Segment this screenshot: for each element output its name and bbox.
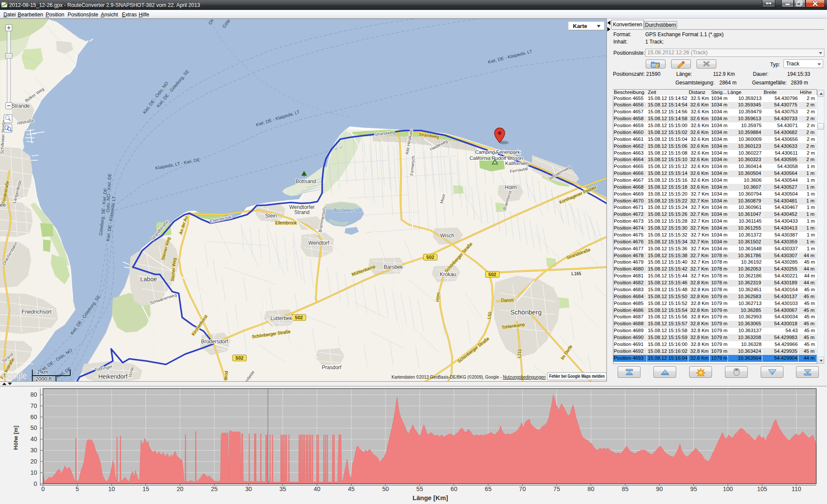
svg-text:85: 85 (622, 485, 629, 492)
svg-text:Camping Ferienpark: Camping Ferienpark (475, 149, 520, 155)
svg-text:65: 65 (485, 485, 492, 492)
svg-text:Wendtorf: Wendtorf (308, 240, 330, 246)
svg-text:Karte: Karte (573, 23, 587, 29)
svg-text:Kartendaten ©2013 GeoBasis-DE/: Kartendaten ©2013 GeoBasis-DE/BKG (©2009… (392, 374, 546, 380)
svg-text:35: 35 (280, 485, 286, 492)
svg-text:10: 10 (108, 485, 115, 492)
svg-text:70: 70 (30, 402, 37, 409)
svg-text:15: 15 (143, 485, 149, 492)
svg-text:30: 30 (30, 447, 37, 454)
svg-text:40: 40 (30, 436, 37, 442)
svg-text:1 km: 1 km (37, 369, 48, 375)
svg-text:Friedrichsort: Friedrichsort (22, 309, 52, 315)
svg-text:Ellembrook: Ellembrook (275, 221, 297, 225)
svg-text:Stein: Stein (265, 213, 277, 219)
svg-text:Brodersdorf: Brodersdorf (201, 339, 228, 345)
svg-text:20: 20 (177, 485, 183, 492)
svg-text:10: 10 (30, 469, 37, 476)
svg-text:California Rudolf Olsson: California Rudolf Olsson (469, 156, 523, 161)
svg-text:50: 50 (382, 485, 389, 492)
svg-text:Höhe [m]: Höhe [m] (12, 426, 19, 450)
svg-text:95: 95 (690, 485, 697, 492)
svg-text:30: 30 (245, 485, 252, 492)
svg-text:502: 502 (295, 315, 303, 320)
svg-text:Damm: Damm (501, 298, 513, 303)
svg-text:5: 5 (76, 485, 79, 492)
svg-text:105: 105 (757, 485, 768, 492)
svg-text:Heikendorf: Heikendorf (98, 373, 127, 380)
svg-text:Barsbek: Barsbek (384, 264, 403, 270)
svg-text:L165: L165 (572, 271, 581, 276)
svg-text:ee: ee (0, 202, 6, 208)
svg-text:Krokau: Krokau (440, 271, 456, 277)
svg-text:60: 60 (451, 485, 457, 492)
svg-text:80: 80 (30, 391, 37, 398)
svg-text:Lutterbek: Lutterbek (270, 315, 292, 321)
svg-text:Prasdorf: Prasdorf (322, 364, 342, 370)
svg-text:0: 0 (41, 485, 45, 492)
svg-text:70: 70 (519, 485, 526, 492)
svg-text:90: 90 (656, 485, 663, 492)
svg-text:45: 45 (348, 485, 355, 492)
svg-text:Holm: Holm (505, 184, 517, 190)
svg-text:Länge [Km]: Länge [Km] (413, 494, 448, 501)
svg-text:502: 502 (488, 272, 496, 277)
svg-text:Wisch: Wisch (440, 233, 454, 239)
svg-text:Hörn: Hörn (435, 292, 441, 302)
svg-text:2000 ft: 2000 ft (35, 376, 52, 382)
svg-text:Strand: Strand (294, 209, 309, 215)
svg-text:75: 75 (553, 485, 560, 492)
svg-text:60: 60 (30, 414, 37, 420)
svg-text:Schönberg: Schönberg (510, 308, 542, 316)
svg-text:55: 55 (417, 485, 423, 492)
svg-text:40: 40 (314, 485, 320, 492)
svg-text:502: 502 (426, 255, 434, 260)
svg-text:Google: Google (2, 370, 27, 381)
svg-text:20: 20 (30, 458, 37, 465)
svg-text:L211: L211 (516, 348, 522, 358)
svg-text:Barsbeker See: Barsbeker See (333, 208, 362, 213)
svg-text:50: 50 (30, 424, 37, 431)
svg-text:Fehler bei Google Maps melden: Fehler bei Google Maps melden (549, 373, 605, 379)
svg-text:25: 25 (211, 485, 218, 492)
svg-text:502: 502 (236, 355, 243, 361)
svg-text:100: 100 (723, 485, 733, 492)
svg-text:110: 110 (792, 485, 802, 492)
svg-text:Kalifornien: Kalifornien (505, 161, 529, 166)
svg-text:Strande: Strande (12, 103, 30, 109)
svg-text:80: 80 (588, 485, 594, 492)
svg-text:Brod: Brod (223, 371, 229, 380)
svg-text:Bottsand: Bottsand (295, 178, 316, 184)
svg-text:0: 0 (34, 480, 37, 487)
svg-text:Laboe: Laboe (140, 276, 157, 283)
